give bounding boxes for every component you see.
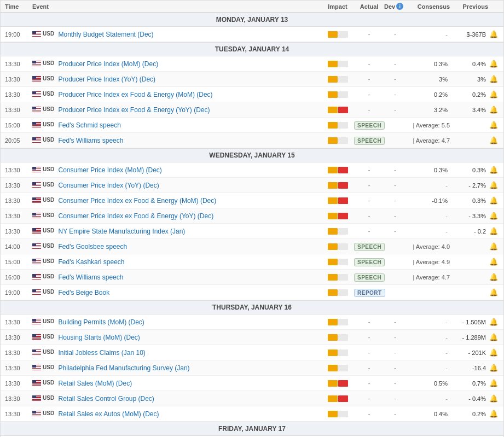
bell-cell[interactable]: 🔔 — [488, 227, 499, 235]
bell-icon[interactable]: 🔔 — [489, 30, 498, 38]
event-cell: USD Retail Sales Control Group (Dec) — [32, 395, 321, 403]
event-name[interactable]: Producer Price Index ex Food & Energy (M… — [58, 91, 212, 98]
event-name[interactable]: Consumer Price Index ex Food & Energy (Y… — [58, 212, 213, 220]
bell-cell[interactable]: 🔔 — [488, 166, 499, 174]
previous-cell: 0.4% — [450, 61, 488, 67]
event-name[interactable]: Fed's Williams speech — [58, 273, 123, 281]
bell-icon[interactable]: 🔔 — [489, 379, 498, 387]
bell-cell[interactable]: 🔔 — [488, 30, 499, 38]
time-cell: 15:00 — [5, 122, 32, 129]
bell-cell[interactable]: 🔔 — [488, 212, 499, 220]
table-row: 13:30 USD NY Empire State Manufacturing … — [1, 224, 503, 239]
consensus-cell: | Average: 4.0 — [406, 243, 450, 250]
event-name[interactable]: Producer Price Index (YoY) (Dec) — [58, 75, 155, 83]
bell-cell[interactable]: 🔔 — [488, 106, 499, 114]
event-name[interactable]: Fed's Kashkari speech — [58, 258, 124, 266]
event-name[interactable]: Philadelphia Fed Manufacturing Survey (J… — [58, 364, 189, 372]
event-name[interactable]: Building Permits (MoM) (Dec) — [58, 318, 144, 326]
dev-info-icon[interactable]: i — [396, 3, 403, 10]
event-name[interactable]: Initial Jobless Claims (Jan 10) — [58, 349, 145, 357]
bell-cell[interactable]: 🔔 — [488, 181, 499, 189]
bell-icon[interactable]: 🔔 — [489, 394, 498, 403]
event-name[interactable]: Producer Price Index (MoM) (Dec) — [58, 60, 158, 68]
bell-icon[interactable]: 🔔 — [489, 288, 498, 296]
bell-cell[interactable]: 🔔 — [488, 90, 499, 98]
currency-flag: USD — [32, 289, 54, 295]
event-name[interactable]: Fed's Beige Book — [58, 289, 109, 296]
bell-icon[interactable]: 🔔 — [489, 227, 498, 235]
bell-cell[interactable]: 🔔 — [488, 288, 499, 296]
bell-cell[interactable]: 🔔 — [488, 410, 499, 418]
event-name[interactable]: Fed's Schmid speech — [58, 121, 120, 129]
bell-icon[interactable]: 🔔 — [489, 242, 498, 250]
table-row: 13:30 USD Housing Starts (MoM) (Dec) - - — [1, 330, 503, 345]
impact-cell — [321, 137, 354, 144]
event-name[interactable]: Consumer Price Index ex Food & Energy (M… — [58, 197, 216, 205]
impact-cell — [321, 122, 354, 129]
bell-cell[interactable]: 🔔 — [488, 136, 499, 144]
actual-cell: SPEECH — [354, 137, 384, 144]
bell-icon[interactable]: 🔔 — [489, 318, 498, 326]
event-name[interactable]: Housing Starts (MoM) (Dec) — [58, 334, 140, 341]
event-name[interactable]: NY Empire State Manufacturing Index (Jan… — [58, 228, 185, 235]
table-row: 13:30 USD Philadelphia Fed Manufacturing… — [1, 360, 503, 376]
bell-icon[interactable]: 🔔 — [489, 196, 498, 205]
bell-cell[interactable]: 🔔 — [488, 364, 499, 372]
bell-cell[interactable]: 🔔 — [488, 60, 499, 68]
consensus-cell: 0.5% — [406, 380, 450, 387]
us-flag — [32, 319, 41, 324]
bell-cell[interactable]: 🔔 — [488, 75, 499, 83]
currency-flag: USD — [32, 137, 54, 143]
time-cell: 19:00 — [5, 289, 32, 296]
bell-cell[interactable]: 🔔 — [488, 273, 499, 281]
bell-cell[interactable]: 🔔 — [488, 379, 499, 387]
us-flag — [32, 137, 41, 143]
bell-icon[interactable]: 🔔 — [489, 166, 498, 174]
dev-cell: - — [384, 318, 406, 326]
time-cell: 13:30 — [5, 167, 32, 173]
bell-icon[interactable]: 🔔 — [489, 121, 498, 129]
bell-icon[interactable]: 🔔 — [489, 136, 498, 144]
time-cell: 19:00 — [5, 31, 32, 38]
event-name[interactable]: Fed's Goolsbee speech — [58, 243, 127, 250]
bell-cell[interactable]: 🔔 — [488, 394, 499, 403]
bell-icon[interactable]: 🔔 — [489, 212, 498, 220]
bell-icon[interactable]: 🔔 — [489, 258, 498, 266]
event-cell: USD Fed's Goolsbee speech — [32, 243, 321, 250]
bell-cell[interactable]: 🔔 — [488, 121, 499, 129]
event-cell: USD Building Permits (MoM) (Dec) — [32, 318, 321, 326]
actual-cell: - — [354, 75, 384, 83]
previous-cell: 0.2% — [450, 411, 488, 417]
event-cell: USD Philadelphia Fed Manufacturing Surve… — [32, 364, 321, 372]
bell-icon[interactable]: 🔔 — [489, 364, 498, 372]
bell-cell[interactable]: 🔔 — [488, 258, 499, 266]
bell-icon[interactable]: 🔔 — [489, 348, 498, 357]
impact-bar — [321, 137, 354, 144]
bell-icon[interactable]: 🔔 — [489, 333, 498, 341]
bell-icon[interactable]: 🔔 — [489, 106, 498, 114]
bell-cell[interactable]: 🔔 — [488, 348, 499, 357]
time-cell: 13:30 — [5, 182, 32, 189]
event-name[interactable]: Producer Price Index ex Food & Energy (Y… — [58, 106, 210, 114]
event-name[interactable]: Consumer Price Index (YoY) (Dec) — [58, 182, 159, 189]
event-name[interactable]: Consumer Price Index (MoM) (Dec) — [58, 166, 161, 174]
bell-icon[interactable]: 🔔 — [489, 273, 498, 281]
event-name[interactable]: Retail Sales (MoM) (Dec) — [58, 380, 132, 387]
bell-icon[interactable]: 🔔 — [489, 410, 498, 418]
bell-cell[interactable]: 🔔 — [488, 318, 499, 326]
bell-cell[interactable]: 🔔 — [488, 333, 499, 341]
bell-icon[interactable]: 🔔 — [489, 90, 498, 98]
bell-icon[interactable]: 🔔 — [489, 75, 498, 83]
event-name[interactable]: Retail Sales Control Group (Dec) — [58, 395, 154, 403]
consensus-cell: - — [406, 182, 450, 189]
bell-icon[interactable]: 🔔 — [489, 60, 498, 68]
event-name[interactable]: Retail Sales ex Autos (MoM) (Dec) — [58, 410, 159, 418]
table-row: 14:00 USD Fed's Goolsbee speech SPEECH |… — [1, 239, 503, 254]
bell-cell[interactable]: 🔔 — [488, 196, 499, 205]
event-name[interactable]: Monthly Budget Statement (Dec) — [58, 31, 153, 38]
bell-icon[interactable]: 🔔 — [489, 181, 498, 189]
dev-cell: - — [384, 91, 406, 98]
impact-bar — [321, 228, 354, 235]
bell-cell[interactable]: 🔔 — [488, 242, 499, 250]
event-name[interactable]: Fed's Williams speech — [58, 137, 123, 144]
